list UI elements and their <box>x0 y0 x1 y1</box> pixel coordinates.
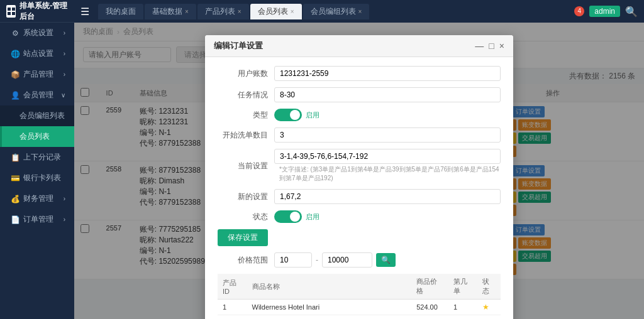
sidebar-label-bank: 银行卡列表 <box>23 173 61 183</box>
form-row-status: 状态 启用 <box>218 210 501 223</box>
svg-rect-0 <box>8 8 11 11</box>
sidebar-item-product[interactable]: 📦 产品管理 › <box>0 64 74 85</box>
type-toggle-wrapper: 启用 <box>274 109 319 121</box>
topbar-right: 4 admin 🔍 <box>574 6 638 18</box>
sidebar-item-bank[interactable]: 💳 银行卡列表 <box>0 168 74 188</box>
sidebar-label-finance: 财务管理 <box>23 193 53 204</box>
save-settings-button[interactable]: 保存设置 <box>218 229 268 246</box>
status-toggle-wrapper: 启用 <box>274 210 319 223</box>
price-max-input[interactable] <box>322 252 372 268</box>
type-toggle[interactable] <box>274 109 302 121</box>
sidebar-item-transactions[interactable]: 📋 上下分记录 <box>0 147 74 168</box>
current-setting-label: 当前设置 <box>218 161 274 171</box>
tab-member-list-label: 会员列表 <box>258 6 288 17</box>
form-row-type: 类型 启用 <box>218 109 501 121</box>
start-order-label: 开始洗单数目 <box>218 130 274 141</box>
type-toggle-label: 启用 <box>306 111 319 120</box>
chevron-right-icon: › <box>64 30 65 36</box>
price-search-button[interactable]: 🔍 <box>376 253 396 267</box>
chevron-right-icon3: › <box>64 71 65 78</box>
sidebar-item-member-group[interactable]: 会员编组列表 <box>0 105 74 126</box>
sidebar-item-site[interactable]: 🌐 站点设置 › <box>0 43 74 64</box>
toggle-slider <box>274 109 302 121</box>
product-col-name: 商品名称 <box>247 274 412 300</box>
tab-base-data-label: 基础数据 <box>152 6 182 17</box>
form-row-user-account: 用户账数 <box>218 66 501 81</box>
tab-member-group[interactable]: 会员编组列表 × <box>303 4 370 19</box>
sidebar-label-site: 站点设置 <box>23 48 53 59</box>
product-id: 1 <box>218 300 247 315</box>
product-id: 67 <box>218 315 247 320</box>
sidebar-label-product: 产品管理 <box>23 69 53 80</box>
svg-rect-2 <box>8 12 11 15</box>
bank-icon: 💳 <box>11 174 19 183</box>
tab-dashboard[interactable]: 我的桌面 <box>98 4 143 19</box>
sidebar-label-orders: 订单管理 <box>23 214 53 225</box>
price-min-input[interactable] <box>274 252 312 268</box>
product-col-id: 产品ID <box>218 274 247 300</box>
tab-close-icon2[interactable]: × <box>238 8 242 15</box>
sidebar-item-finance[interactable]: 💰 财务管理 › <box>0 188 74 209</box>
modal-maximize-button[interactable]: □ <box>489 41 494 51</box>
type-label: 类型 <box>218 110 274 121</box>
product-table: 产品ID 商品名称 商品价格 第几单 状态 1 Wilderness Hotel… <box>218 274 501 319</box>
tab-base-data[interactable]: 基础数据 × <box>145 4 196 19</box>
menu-toggle-icon[interactable]: ☰ <box>80 6 89 18</box>
new-setting-field[interactable] <box>274 189 501 204</box>
form-row-start-order: 开始洗单数目 <box>218 127 501 143</box>
product-price: 556.00 <box>411 315 448 320</box>
tab-close-icon[interactable]: × <box>185 8 189 15</box>
current-setting-wrapper: *文字描述: (第3单是产品1到第4单是产品39到第5单是产品76到第6单是产品… <box>274 149 501 183</box>
price-range-inputs: - 🔍 <box>274 252 396 268</box>
tab-close-icon4[interactable]: × <box>358 8 362 15</box>
status-toggle[interactable] <box>274 210 302 223</box>
product-order-num: 2 <box>448 315 477 320</box>
chevron-right-icon4: › <box>64 195 65 202</box>
sidebar-item-member-list[interactable]: 会员列表 <box>0 126 74 147</box>
admin-button[interactable]: admin <box>589 6 620 17</box>
modal-close-button[interactable]: × <box>499 41 504 51</box>
star-filled-icon[interactable]: ★ <box>482 303 489 311</box>
product-star[interactable]: ★ <box>477 300 501 315</box>
status-toggle-label: 启用 <box>306 212 319 222</box>
system-icon: ⚙ <box>11 29 19 38</box>
price-range-sep: - <box>316 256 318 264</box>
new-setting-label: 新的设置 <box>218 192 274 202</box>
main-area: ☰ 我的桌面 基础数据 × 产品列表 × 会员列表 × 会员编组列表 × <box>74 0 644 319</box>
modal-overlay: 编辑订单设置 — □ × 用户账数 任务情况 <box>74 23 644 319</box>
modal-body: 用户账数 任务情况 类型 <box>205 57 513 319</box>
task-status-field[interactable] <box>274 87 501 102</box>
product-name: Вилла Дежа Вю Villa De ja Vu <box>247 315 412 320</box>
sidebar-label-system: 系统设置 <box>23 28 53 38</box>
tab-dashboard-label: 我的桌面 <box>106 6 136 17</box>
product-col-price: 商品价格 <box>411 274 448 300</box>
svg-rect-3 <box>12 12 15 15</box>
tab-close-icon3[interactable]: × <box>291 8 294 15</box>
product-icon: 📦 <box>11 70 19 79</box>
orders-icon: 📄 <box>11 215 19 224</box>
start-order-field[interactable] <box>274 127 501 143</box>
modal-header: 编辑订单设置 — □ × <box>205 35 513 57</box>
tab-member-list[interactable]: 会员列表 × <box>250 4 302 19</box>
status-label: 状态 <box>218 212 274 222</box>
sidebar-item-system[interactable]: ⚙ 系统设置 › <box>0 23 74 43</box>
sidebar-label-member-list: 会员列表 <box>19 131 50 142</box>
modal-title: 编辑订单设置 <box>214 40 263 51</box>
search-icon[interactable]: 🔍 <box>625 6 638 18</box>
product-price: 524.00 <box>411 300 448 315</box>
product-name: Wilderness Hotel Inari <box>247 300 412 315</box>
chevron-right-icon2: › <box>64 50 65 57</box>
product-row: 67 Вилла Дежа Вю Villa De ja Vu 556.00 2… <box>218 315 501 320</box>
modal-minimize-button[interactable]: — <box>475 41 484 51</box>
current-setting-hint: *文字描述: (第3单是产品1到第4单是产品39到第5单是产品76到第6单是产品… <box>279 165 501 183</box>
user-account-field[interactable] <box>274 66 501 81</box>
notification-badge[interactable]: 4 <box>574 6 584 16</box>
sidebar-item-member[interactable]: 👤 会员管理 ∨ <box>0 85 74 105</box>
sidebar-item-orders[interactable]: 📄 订单管理 › <box>0 209 74 230</box>
save-row: 保存设置 <box>218 229 501 246</box>
product-star[interactable]: ★ <box>477 315 501 320</box>
site-icon: 🌐 <box>11 50 19 58</box>
current-setting-field[interactable] <box>274 149 501 164</box>
sidebar-label-transactions: 上下分记录 <box>23 152 61 163</box>
tab-product-list[interactable]: 产品列表 × <box>197 4 249 19</box>
